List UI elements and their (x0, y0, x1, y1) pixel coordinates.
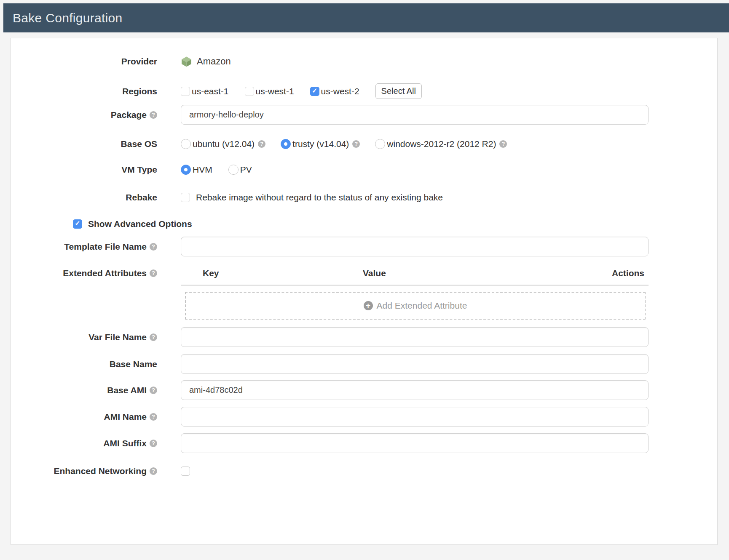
template-file-name-input[interactable] (181, 237, 649, 256)
base-os-radio-ubuntu[interactable] (181, 139, 191, 149)
enhanced-networking-row: Enhanced Networking (11, 465, 649, 477)
help-icon[interactable] (150, 440, 157, 447)
base-os-radio-trusty[interactable] (281, 139, 291, 149)
vm-type-option-pv: PV (228, 165, 252, 175)
ami-suffix-row: AMI Suffix (11, 433, 649, 453)
base-name-row: Base Name (11, 354, 649, 374)
plus-icon (364, 301, 373, 310)
aws-cube-icon (181, 56, 192, 67)
provider-name: Amazon (197, 56, 231, 67)
column-header-value: Value (363, 267, 612, 280)
base-os-option-ubuntu: ubuntu (v12.04) (181, 139, 265, 149)
region-checkbox-us-west-2[interactable] (310, 87, 319, 96)
provider-label: Provider (11, 55, 157, 68)
package-label: Package (11, 109, 157, 121)
base-os-option-windows-2012-r2: windows-2012-r2 (2012 R2) (375, 139, 507, 149)
vm-type-label: VM Type (11, 163, 157, 176)
package-input[interactable] (181, 105, 649, 125)
bake-configuration-panel: Provider Amazon Regions us-ea (11, 38, 718, 545)
vm-type-row: VM Type HVM PV (11, 162, 649, 177)
help-icon[interactable] (499, 140, 507, 148)
show-advanced-options-checkbox[interactable] (73, 219, 82, 229)
rebake-row: Rebake Rebake image without regard to th… (11, 190, 649, 205)
enhanced-networking-label: Enhanced Networking (11, 465, 157, 477)
region-option-us-east-1: us-east-1 (181, 86, 229, 96)
column-header-key: Key (203, 267, 363, 280)
base-ami-input[interactable] (181, 380, 649, 400)
regions-label: Regions (11, 85, 157, 98)
ami-name-row: AMI Name (11, 407, 649, 427)
base-os-radio-windows-2012-r2[interactable] (375, 139, 385, 149)
extended-attributes-header: Key Value Actions (181, 267, 649, 286)
help-icon[interactable] (352, 140, 360, 148)
provider-value: Amazon (181, 56, 231, 67)
regions-row: Regions us-east-1 us-west-1 us-west-2 Se… (11, 82, 649, 101)
show-advanced-options-row: Show Advanced Options (73, 218, 649, 230)
region-option-us-west-1: us-west-1 (245, 86, 294, 96)
show-advanced-options-label: Show Advanced Options (88, 219, 192, 229)
help-icon[interactable] (150, 333, 157, 341)
package-row: Package (11, 105, 649, 125)
rebake-description: Rebake image without regard to the statu… (196, 192, 443, 203)
enhanced-networking-checkbox[interactable] (181, 467, 190, 476)
add-extended-attribute-button[interactable]: Add Extended Attribute (185, 292, 646, 320)
help-icon[interactable] (258, 140, 265, 148)
base-ami-row: Base AMI (11, 380, 649, 400)
extended-attributes-row: Extended Attributes Key Value Actions Ad… (11, 267, 649, 320)
vm-type-radio-hvm[interactable] (181, 165, 191, 175)
help-icon[interactable] (150, 111, 157, 119)
base-os-option-trusty: trusty (v14.04) (281, 139, 360, 149)
template-file-name-row: Template File Name (11, 237, 649, 256)
var-file-name-label: Var File Name (11, 331, 157, 344)
base-ami-label: Base AMI (11, 384, 157, 397)
add-extended-attribute-label: Add Extended Attribute (377, 301, 467, 311)
help-icon[interactable] (150, 387, 157, 394)
help-icon[interactable] (150, 413, 157, 421)
rebake-checkbox[interactable] (181, 193, 190, 202)
ami-suffix-label: AMI Suffix (11, 437, 157, 450)
ami-name-label: AMI Name (11, 411, 157, 423)
base-name-label: Base Name (11, 358, 157, 371)
column-header-actions: Actions (612, 267, 644, 280)
region-checkbox-us-east-1[interactable] (181, 87, 190, 96)
region-checkbox-us-west-1[interactable] (245, 87, 254, 96)
region-option-us-west-2: us-west-2 (310, 86, 359, 96)
extended-attributes-label: Extended Attributes (11, 267, 157, 280)
header-bar: Bake Configuration (3, 3, 729, 32)
vm-type-option-hvm: HVM (181, 165, 212, 175)
rebake-label: Rebake (11, 191, 157, 204)
page-title: Bake Configuration (13, 11, 123, 25)
ami-name-input[interactable] (181, 407, 649, 427)
select-all-button[interactable]: Select All (375, 83, 422, 99)
base-name-input[interactable] (181, 354, 649, 374)
vm-type-radio-pv[interactable] (228, 165, 239, 175)
var-file-name-input[interactable] (181, 327, 649, 347)
var-file-name-row: Var File Name (11, 327, 649, 347)
help-icon[interactable] (150, 243, 157, 251)
template-file-name-label: Template File Name (11, 240, 157, 253)
extended-attributes-table: Key Value Actions Add Extended Attribute (181, 267, 649, 320)
help-icon[interactable] (150, 269, 157, 277)
ami-suffix-input[interactable] (181, 433, 649, 453)
provider-row: Provider Amazon (11, 53, 649, 70)
base-os-label: Base OS (11, 138, 157, 150)
help-icon[interactable] (150, 467, 157, 475)
base-os-row: Base OS ubuntu (v12.04) trusty (v14.04) … (11, 136, 649, 152)
